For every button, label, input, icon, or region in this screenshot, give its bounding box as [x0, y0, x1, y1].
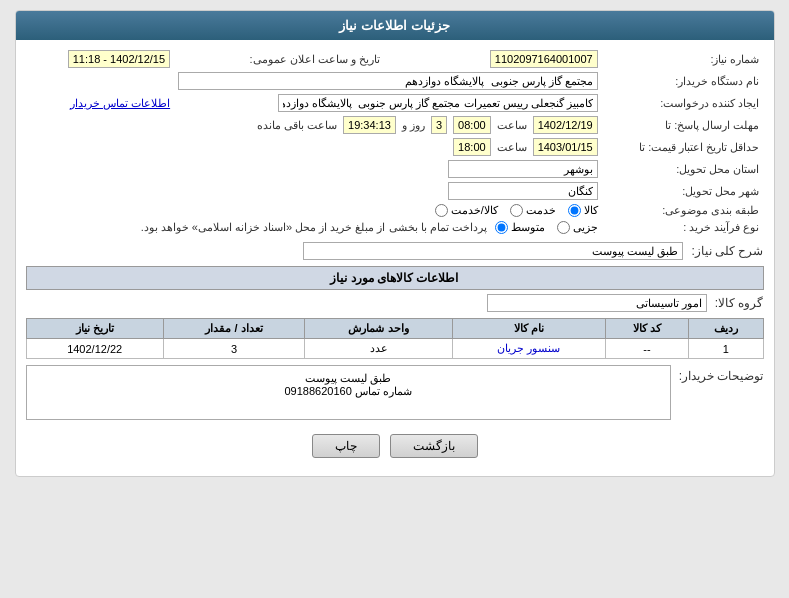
goods-table-header-row: ردیف کد کالا نام کالا واحد شمارش تعداد /… — [26, 319, 763, 339]
goods-group-input[interactable] — [487, 294, 707, 312]
buyer-name-label: نام دستگاه خریدار: — [602, 70, 764, 92]
description-row: شرح کلی نیاز: — [26, 242, 764, 260]
announce-date-label: تاریخ و ساعت اعلان عمومی: — [249, 53, 379, 65]
purchase-type-jozi-text: جزیی — [573, 221, 598, 234]
announce-date-value: 1402/12/15 - 11:18 — [68, 50, 170, 68]
days-label: روز و — [402, 119, 425, 132]
purchase-type-radio-group: جزیی متوسط — [495, 221, 598, 234]
buyer-notes-box: طبق لیست پیوست شماره تماس 09188620160 — [26, 365, 671, 420]
purchase-type-jozi-label[interactable]: جزیی — [557, 221, 598, 234]
col-row: ردیف — [688, 319, 763, 339]
back-button[interactable]: بازگشت — [390, 434, 478, 458]
requester-label: ایجاد کننده درخواست: — [602, 92, 764, 114]
province-cell — [26, 158, 602, 180]
date-label: تاریخ و ساعت اعلان عمومی: — [174, 48, 388, 70]
price-deadline-row: حداقل تاریخ اعتبار قیمت: تا 1403/01/15 س… — [26, 136, 764, 158]
purchase-type-jozi-radio[interactable] — [557, 221, 570, 234]
buyer-name-input[interactable] — [178, 72, 598, 90]
requester-row: ایجاد کننده درخواست: اطلاعات تماس خریدار — [26, 92, 764, 114]
cell-row: 1 — [688, 339, 763, 359]
footer-buttons: بازگشت چاپ — [26, 426, 764, 468]
cell-unit: عدد — [305, 339, 452, 359]
purchase-note: پرداخت تمام با بخشی از مبلغ خرید از محل … — [141, 221, 487, 234]
purchase-type-row: نوع فرآیند خرید : جزیی متوسط — [26, 219, 764, 236]
purchase-type-motavasset-text: متوسط — [511, 221, 545, 234]
remain-label: ساعت باقی مانده — [257, 119, 337, 132]
page-header: جزئیات اطلاعات نیاز — [16, 11, 774, 40]
purchase-type-area: جزیی متوسط پرداخت تمام با بخشی از مبلغ خ… — [30, 221, 598, 234]
reply-deadline-time: 08:00 — [453, 116, 491, 134]
price-deadline-label: حداقل تاریخ اعتبار قیمت: تا — [602, 136, 764, 158]
buyer-name-row: نام دستگاه خریدار: — [26, 70, 764, 92]
category-kala-radio[interactable] — [568, 204, 581, 217]
time-label: ساعت — [497, 119, 527, 132]
goods-group-row: گروه کالا: — [26, 294, 764, 312]
reply-deadline-row-flex: 1402/12/19 ساعت 08:00 3 روز و 19:34:13 س… — [30, 116, 598, 134]
category-khedmat-label[interactable]: خدمت — [510, 204, 556, 217]
category-label: طبقه بندی موضوعی: — [602, 202, 764, 219]
goods-table-head: ردیف کد کالا نام کالا واحد شمارش تعداد /… — [26, 319, 763, 339]
buyer-notes-section: توضیحات خریدار: طبق لیست پیوست شماره تما… — [26, 365, 764, 420]
col-unit: واحد شمارش — [305, 319, 452, 339]
requester-cell — [174, 92, 602, 114]
city-input[interactable] — [448, 182, 598, 200]
category-kala-khedmat-label[interactable]: کالا/خدمت — [435, 204, 498, 217]
goods-section-header: اطلاعات کالاهای مورد نیاز — [26, 266, 764, 290]
category-cell: کالا خدمت کالا/خدمت — [26, 202, 602, 219]
order-number-label: شماره نیاز: — [602, 48, 764, 70]
print-button[interactable]: چاپ — [312, 434, 380, 458]
category-kala-text: کالا — [584, 204, 598, 217]
col-date: تاریخ نیاز — [26, 319, 163, 339]
cell-name: سنسور جریان — [452, 339, 605, 359]
reply-deadline-days: 3 — [431, 116, 447, 134]
goods-table: ردیف کد کالا نام کالا واحد شمارش تعداد /… — [26, 318, 764, 359]
price-time-label: ساعت — [497, 141, 527, 154]
contact-link-cell: اطلاعات تماس خریدار — [26, 92, 175, 114]
province-label: استان محل تحویل: — [602, 158, 764, 180]
price-deadline-date: 1403/01/15 — [533, 138, 598, 156]
table-row: 1 -- سنسور جریان عدد 3 1402/12/22 — [26, 339, 763, 359]
price-deadline-row-flex: 1403/01/15 ساعت 18:00 — [30, 138, 598, 156]
price-deadline-cell: 1403/01/15 ساعت 18:00 — [26, 136, 602, 158]
category-kala-khedmat-radio[interactable] — [435, 204, 448, 217]
col-name: نام کالا — [452, 319, 605, 339]
description-input[interactable] — [303, 242, 683, 260]
reply-deadline-date: 1402/12/19 — [533, 116, 598, 134]
goods-group-label: گروه کالا: — [715, 296, 764, 310]
city-row: شهر محل تحویل: — [26, 180, 764, 202]
category-khedmat-text: خدمت — [526, 204, 556, 217]
goods-table-body: 1 -- سنسور جریان عدد 3 1402/12/22 — [26, 339, 763, 359]
page-title: جزئیات اطلاعات نیاز — [339, 18, 449, 33]
purchase-type-label: نوع فرآیند خرید : — [602, 219, 764, 236]
reply-deadline-cell: 1402/12/19 ساعت 08:00 3 روز و 19:34:13 س… — [26, 114, 602, 136]
price-deadline-label-text: حداقل تاریخ اعتبار قیمت: تا — [639, 141, 759, 153]
category-khedmat-radio[interactable] — [510, 204, 523, 217]
purchase-type-motavasset-radio[interactable] — [495, 221, 508, 234]
city-label: شهر محل تحویل: — [602, 180, 764, 202]
description-label: شرح کلی نیاز: — [691, 244, 763, 258]
province-input[interactable] — [448, 160, 598, 178]
cell-qty: 3 — [163, 339, 305, 359]
main-container: جزئیات اطلاعات نیاز شماره نیاز: 11020971… — [15, 10, 775, 477]
reply-deadline-remain: 19:34:13 — [343, 116, 396, 134]
cell-date: 1402/12/22 — [26, 339, 163, 359]
info-table: شماره نیاز: 1102097164001007 تاریخ و ساع… — [26, 48, 764, 236]
category-kala-label[interactable]: کالا — [568, 204, 598, 217]
city-cell — [26, 180, 602, 202]
category-row: طبقه بندی موضوعی: کالا خدمت کالا/خدمت — [26, 202, 764, 219]
reply-deadline-label-text: مهلت ارسال پاسخ: تا — [665, 119, 759, 131]
order-number-row: شماره نیاز: 1102097164001007 تاریخ و ساع… — [26, 48, 764, 70]
buyer-notes-line1: طبق لیست پیوست — [33, 372, 664, 385]
contact-link[interactable]: اطلاعات تماس خریدار — [70, 97, 170, 109]
purchase-type-motavasset-label[interactable]: متوسط — [495, 221, 545, 234]
buyer-notes-line2: شماره تماس 09188620160 — [33, 385, 664, 398]
col-code: کد کالا — [606, 319, 689, 339]
category-kala-khedmat-text: کالا/خدمت — [451, 204, 498, 217]
reply-deadline-row: مهلت ارسال پاسخ: تا 1402/12/19 ساعت 08:0… — [26, 114, 764, 136]
col-qty: تعداد / مقدار — [163, 319, 305, 339]
announce-date-cell: 1402/12/15 - 11:18 — [26, 48, 175, 70]
price-deadline-time: 18:00 — [453, 138, 491, 156]
requester-input[interactable] — [278, 94, 598, 112]
purchase-type-cell: جزیی متوسط پرداخت تمام با بخشی از مبلغ خ… — [26, 219, 602, 236]
buyer-name-cell — [26, 70, 602, 92]
